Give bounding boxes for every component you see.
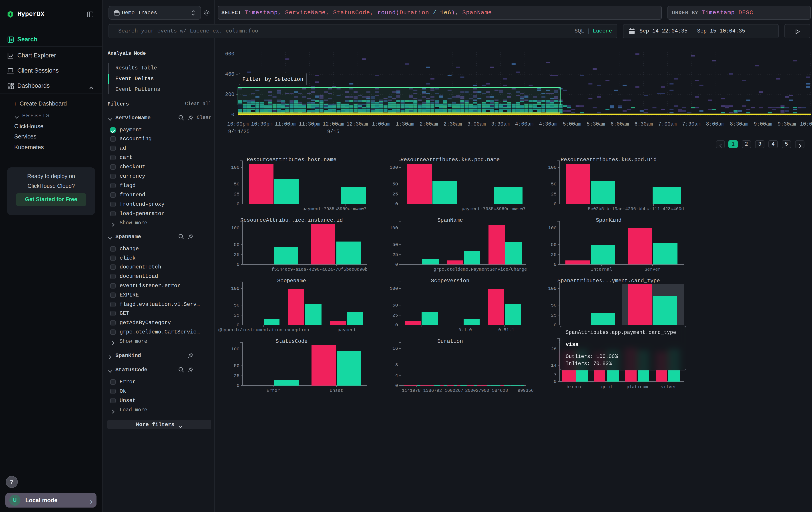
svg-text:0: 0 <box>554 262 556 267</box>
svg-text:100: 100 <box>548 225 556 231</box>
svg-text:6:30am: 6:30am <box>634 121 653 127</box>
svg-text:0: 0 <box>554 201 556 207</box>
svg-text:3:00am: 3:00am <box>467 121 486 127</box>
svg-text:Filter by Selection: Filter by Selection <box>242 76 303 82</box>
svg-text:4: 4 <box>395 373 398 378</box>
svg-text:50: 50 <box>393 303 398 308</box>
svg-text:0: 0 <box>395 262 398 267</box>
svg-text:100: 100 <box>231 165 239 170</box>
svg-text:6:00am: 6:00am <box>611 121 629 127</box>
svg-text:25: 25 <box>393 252 398 257</box>
svg-text:16: 16 <box>393 346 398 351</box>
svg-text:50: 50 <box>393 242 398 247</box>
svg-text:7:30am: 7:30am <box>682 121 701 127</box>
svg-text:payment-7985c8969c-mwmw7: payment-7985c8969c-mwmw7 <box>302 206 367 212</box>
svg-text:0: 0 <box>237 383 239 388</box>
svg-text:25: 25 <box>551 313 556 318</box>
svg-text:@hyperdx/instrumentation-excep: @hyperdx/instrumentation-exception <box>218 327 309 332</box>
svg-text:200: 200 <box>225 92 234 98</box>
svg-text:100: 100 <box>231 347 239 352</box>
svg-text:0: 0 <box>237 323 239 328</box>
svg-text:999356: 999356 <box>518 388 533 393</box>
svg-text:10:30pm: 10:30pm <box>251 121 272 127</box>
svg-text:14: 14 <box>551 363 556 368</box>
svg-text:grpc.oteldemo.PaymentService/C: grpc.oteldemo.PaymentService/Charge <box>434 267 527 272</box>
svg-text:0: 0 <box>395 323 398 328</box>
svg-text:25: 25 <box>234 252 239 257</box>
svg-text:0.51.1: 0.51.1 <box>498 327 514 332</box>
svg-text:100: 100 <box>231 286 239 291</box>
svg-text:10:00am: 10:00am <box>800 121 812 127</box>
svg-text:9:00am: 9:00am <box>754 121 772 127</box>
svg-text:50: 50 <box>551 242 556 247</box>
svg-text:payment-7985c8969c-mwmw7: payment-7985c8969c-mwmw7 <box>462 206 526 212</box>
svg-text:50: 50 <box>234 182 239 187</box>
svg-text:Server: Server <box>644 267 661 272</box>
svg-text:50: 50 <box>551 182 556 187</box>
svg-text:SpanKind: SpanKind <box>596 217 621 223</box>
svg-text:4:30am: 4:30am <box>539 121 557 127</box>
svg-text:9/15: 9/15 <box>327 129 339 135</box>
svg-text:8:00am: 8:00am <box>706 121 724 127</box>
svg-text:Duration: Duration <box>437 339 463 344</box>
svg-text:12:00am: 12:00am <box>323 121 344 127</box>
svg-text:50: 50 <box>234 242 239 247</box>
svg-text:StatusCode: StatusCode <box>276 339 308 344</box>
svg-text:25: 25 <box>393 313 398 318</box>
svg-text:25: 25 <box>551 192 556 197</box>
svg-text:SpanName: SpanName <box>437 217 463 223</box>
svg-text:gold: gold <box>601 384 612 389</box>
svg-text:200027900: 200027900 <box>465 388 489 393</box>
svg-text:11:00pm: 11:00pm <box>275 121 296 127</box>
svg-text:100: 100 <box>389 286 398 291</box>
svg-text:25: 25 <box>234 192 239 197</box>
svg-text:1141978: 1141978 <box>402 388 420 393</box>
svg-text:100: 100 <box>548 165 556 170</box>
svg-text:0: 0 <box>237 201 239 207</box>
svg-text:5:00am: 5:00am <box>563 121 581 127</box>
svg-text:100: 100 <box>231 225 239 231</box>
svg-text:0: 0 <box>554 323 556 328</box>
svg-text:silver: silver <box>661 384 676 389</box>
svg-text:28: 28 <box>551 347 556 352</box>
svg-text:100: 100 <box>548 286 556 291</box>
svg-text:8:30am: 8:30am <box>730 121 748 127</box>
svg-text:0: 0 <box>395 201 398 207</box>
svg-text:1:30am: 1:30am <box>396 121 414 127</box>
svg-text:50: 50 <box>234 363 239 369</box>
svg-text:7: 7 <box>554 373 556 378</box>
svg-text:584623: 584623 <box>492 388 508 393</box>
svg-text:7:00am: 7:00am <box>658 121 677 127</box>
svg-text:12:30am: 12:30am <box>346 121 368 127</box>
svg-text:11:30pm: 11:30pm <box>299 121 320 127</box>
svg-text:ScopeName: ScopeName <box>277 278 306 284</box>
svg-text:2:00am: 2:00am <box>419 121 438 127</box>
svg-text:1:00am: 1:00am <box>372 121 390 127</box>
svg-text:Internal: Internal <box>591 267 612 272</box>
svg-text:0: 0 <box>231 112 234 118</box>
svg-text:25: 25 <box>393 192 398 197</box>
svg-text:0.1.0: 0.1.0 <box>459 327 472 332</box>
svg-text:ResourceAttributes.k8s.pod.nam: ResourceAttributes.k8s.pod.name <box>401 157 500 163</box>
svg-text:100: 100 <box>389 165 398 170</box>
svg-text:8: 8 <box>395 362 398 368</box>
svg-text:9/14/25: 9/14/25 <box>228 129 250 135</box>
svg-text:ResourceAttributes.host.name: ResourceAttributes.host.name <box>247 157 337 163</box>
svg-text:0: 0 <box>554 379 556 384</box>
svg-text:ResourceAttributes.k8s.pod.uid: ResourceAttributes.k8s.pod.uid <box>560 157 657 163</box>
svg-text:100: 100 <box>389 225 398 231</box>
svg-text:bronze: bronze <box>567 384 583 389</box>
svg-text:25: 25 <box>234 313 239 318</box>
svg-text:50: 50 <box>393 182 398 187</box>
svg-text:0: 0 <box>237 262 239 267</box>
svg-text:5e02b5fb-13ae-4296-bbbc-111f42: 5e02b5fb-13ae-4296-bbbc-111f423c460d <box>588 206 684 212</box>
svg-text:50: 50 <box>234 303 239 308</box>
svg-text:Error: Error <box>267 388 280 393</box>
svg-text:1386792: 1386792 <box>423 388 442 393</box>
svg-text:1600267: 1600267 <box>444 388 463 393</box>
svg-text:ResourceAttribu..ice.instance.: ResourceAttribu..ice.instance.id <box>240 217 343 223</box>
svg-text:3:30am: 3:30am <box>491 121 510 127</box>
svg-text:0: 0 <box>395 383 398 388</box>
svg-text:600: 600 <box>225 51 234 57</box>
svg-text:2:30am: 2:30am <box>443 121 462 127</box>
